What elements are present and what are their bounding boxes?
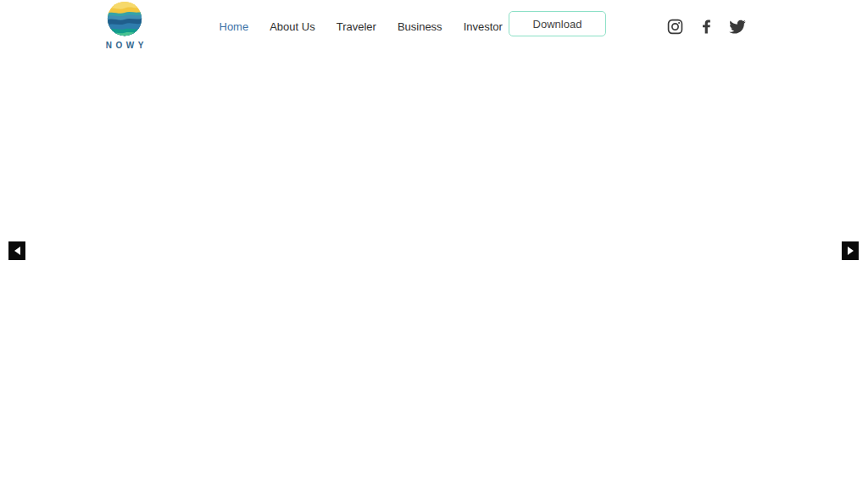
carousel-prev-button[interactable] <box>8 241 25 260</box>
twitter-icon[interactable] <box>729 18 746 35</box>
nav-item-traveler[interactable]: Traveler <box>326 15 387 38</box>
nav-item-business[interactable]: Business <box>387 15 453 38</box>
facebook-icon[interactable] <box>698 18 715 35</box>
instagram-icon[interactable] <box>666 18 683 35</box>
brand-logo[interactable]: NOWY <box>101 1 148 50</box>
wave-circle-logo-icon <box>107 1 142 36</box>
nav-item-about-us[interactable]: About Us <box>259 15 326 38</box>
arrow-right-icon <box>848 247 854 255</box>
brand-name: NOWY <box>101 41 148 50</box>
carousel-next-button[interactable] <box>842 241 859 260</box>
hero-carousel-stage <box>0 53 868 488</box>
social-links <box>666 0 746 53</box>
site-header: NOWY Home About Us Traveler Business Inv… <box>0 0 868 53</box>
arrow-left-icon <box>14 247 20 255</box>
main-nav: Home About Us Traveler Business Investor… <box>209 0 556 53</box>
download-button[interactable]: Download <box>509 11 606 36</box>
nav-item-investor[interactable]: Investor <box>453 15 513 38</box>
nav-item-home[interactable]: Home <box>209 15 259 38</box>
